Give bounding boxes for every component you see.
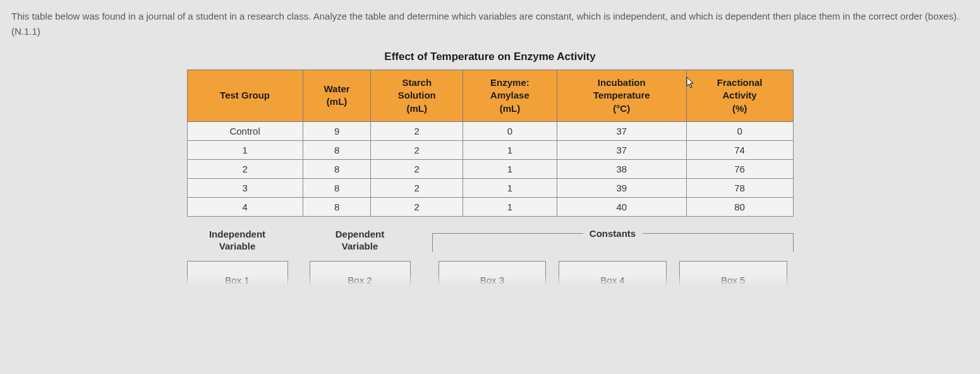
col-header-enzyme: Enzyme:Amylase(mL) (463, 70, 557, 122)
cell: 37 (557, 121, 686, 140)
col-header-starch: StarchSolution(mL) (371, 70, 463, 122)
constants-group: Constants Box 3 Box 4 Box 5 (432, 228, 794, 286)
cursor-icon (686, 77, 695, 88)
cell: 8 (303, 159, 371, 178)
cell: 2 (371, 197, 463, 216)
box-3[interactable]: Box 3 (439, 261, 547, 286)
cell: 8 (303, 140, 371, 159)
cell: 2 (371, 178, 463, 197)
cell: 40 (557, 197, 686, 216)
cell: 1 (463, 140, 557, 159)
cell: 3 (187, 178, 303, 197)
box-5[interactable]: Box 5 (679, 261, 787, 286)
cell: 1 (463, 178, 557, 197)
col-header-water: Water(mL) (303, 70, 371, 122)
data-table: Test Group Water(mL) StarchSolution(mL) … (187, 69, 794, 217)
table-row: 4 8 2 1 40 80 (187, 197, 793, 216)
cell: 0 (686, 121, 793, 140)
cell: 1 (463, 197, 557, 216)
box-2[interactable]: Box 2 (310, 261, 411, 286)
cell: 74 (686, 140, 793, 159)
independent-column: IndependentVariable Box 1 (187, 228, 288, 286)
cell: 4 (187, 197, 303, 216)
col-header-test-group: Test Group (187, 70, 303, 122)
cell: 2 (371, 121, 463, 140)
table-row: 1 8 2 1 37 74 (187, 140, 793, 159)
cell: 8 (303, 197, 371, 216)
constants-label: Constants (583, 228, 642, 239)
cell: 80 (686, 197, 793, 216)
table-title: Effect of Temperature on Enzyme Activity (187, 45, 794, 69)
cell: 38 (557, 159, 686, 178)
independent-label: IndependentVariable (187, 228, 288, 255)
box-1[interactable]: Box 1 (187, 261, 288, 286)
answer-area: IndependentVariable Box 1 DependentVaria… (187, 228, 794, 286)
cell: 0 (463, 121, 557, 140)
cell: 9 (303, 121, 371, 140)
col-header-activity: FractionalActivity(%) (686, 70, 793, 122)
cell: 2 (371, 159, 463, 178)
cell: 8 (303, 178, 371, 197)
cell: 1 (187, 140, 303, 159)
cell: 37 (557, 140, 686, 159)
cell: 76 (686, 159, 793, 178)
question-prompt: This table below was found in a journal … (11, 9, 969, 39)
cell: 78 (686, 178, 793, 197)
dependent-label: DependentVariable (310, 228, 411, 255)
table-row: 2 8 2 1 38 76 (187, 159, 793, 178)
cell: 2 (187, 159, 303, 178)
cell: 2 (371, 140, 463, 159)
table-row: 3 8 2 1 39 78 (187, 178, 793, 197)
box-4[interactable]: Box 4 (559, 261, 667, 286)
table-row: Control 9 2 0 37 0 (187, 121, 793, 140)
cell: Control (187, 121, 303, 140)
cell: 39 (557, 178, 686, 197)
dependent-column: DependentVariable Box 2 (310, 228, 411, 286)
cell: 1 (463, 159, 557, 178)
col-header-temperature: IncubationTemperature(°C) (557, 70, 686, 122)
